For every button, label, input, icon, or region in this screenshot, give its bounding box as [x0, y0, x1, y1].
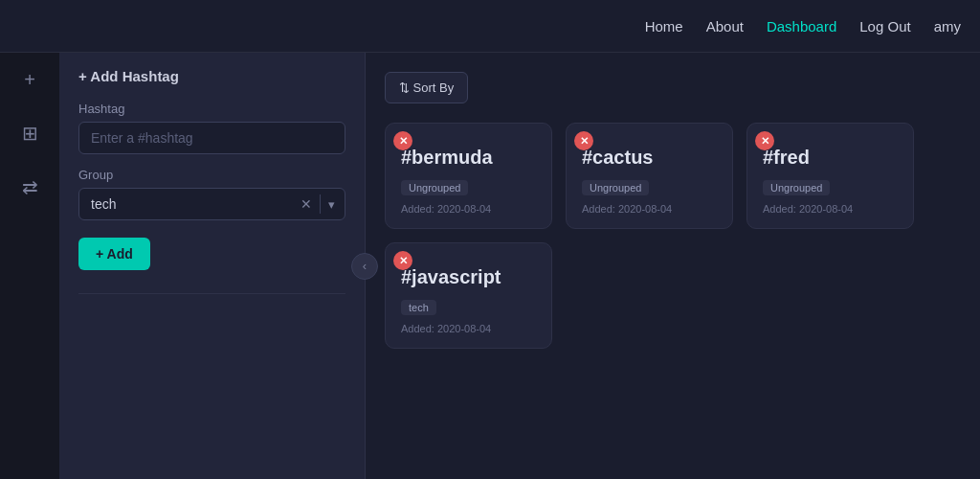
- icon-sidebar: + ⊞ ⇄: [0, 53, 59, 479]
- group-input-divider: [320, 194, 321, 214]
- grid-icon[interactable]: ⊞: [12, 116, 47, 150]
- card-close-1[interactable]: ✕: [574, 131, 593, 150]
- card-badge-0: Ungrouped: [401, 180, 468, 195]
- nav-about[interactable]: About: [706, 18, 744, 34]
- shuffle-icon[interactable]: ⇄: [12, 170, 47, 204]
- card-date-2: Added: 2020-08-04: [763, 203, 898, 215]
- top-navigation: Home About Dashboard Log Out amy: [0, 0, 980, 53]
- username-display: amy: [934, 18, 961, 34]
- group-chevron-icon[interactable]: ▾: [326, 195, 337, 214]
- main-layout: + ⊞ ⇄ ‹ + Add Hashtag Hashtag Group ✕ ▾ …: [0, 53, 980, 479]
- left-panel: ‹ + Add Hashtag Hashtag Group ✕ ▾ + Add: [59, 53, 366, 479]
- hashtag-card-3: ✕ #javascript tech Added: 2020-08-04: [385, 242, 552, 349]
- card-close-0[interactable]: ✕: [393, 131, 412, 150]
- group-label: Group: [78, 168, 345, 182]
- sort-button[interactable]: ⇅ Sort By: [385, 72, 468, 103]
- hashtag-card-1: ✕ #cactus Ungrouped Added: 2020-08-04: [566, 123, 733, 229]
- card-title-1: #cactus: [582, 147, 717, 169]
- card-badge-3: tech: [401, 300, 436, 315]
- card-badge-2: Ungrouped: [763, 180, 830, 195]
- card-close-3[interactable]: ✕: [393, 251, 412, 270]
- nav-dashboard[interactable]: Dashboard: [767, 18, 836, 34]
- card-date-0: Added: 2020-08-04: [401, 203, 536, 215]
- group-input[interactable]: [87, 189, 299, 219]
- add-button[interactable]: + Add: [78, 238, 150, 270]
- hashtag-card-0: ✕ #bermuda Ungrouped Added: 2020-08-04: [385, 123, 552, 229]
- hashtag-card-2: ✕ #fred Ungrouped Added: 2020-08-04: [746, 123, 914, 229]
- hashtag-label: Hashtag: [78, 102, 345, 116]
- plus-icon[interactable]: +: [12, 62, 47, 97]
- group-clear-icon[interactable]: ✕: [299, 194, 314, 214]
- card-close-2[interactable]: ✕: [755, 131, 774, 150]
- card-date-1: Added: 2020-08-04: [582, 203, 717, 215]
- card-title-0: #bermuda: [401, 147, 536, 169]
- group-input-wrapper: ✕ ▾: [78, 188, 345, 220]
- hashtag-cards-grid: ✕ #bermuda Ungrouped Added: 2020-08-04 ✕…: [385, 123, 961, 349]
- card-date-3: Added: 2020-08-04: [401, 323, 536, 334]
- card-badge-1: Ungrouped: [582, 180, 649, 195]
- content-area: ⇅ Sort By ✕ #bermuda Ungrouped Added: 20…: [366, 53, 980, 479]
- panel-divider: [78, 293, 345, 294]
- card-title-2: #fred: [763, 147, 898, 169]
- hashtag-input[interactable]: [78, 122, 345, 154]
- nav-logout[interactable]: Log Out: [859, 18, 910, 34]
- nav-home[interactable]: Home: [645, 18, 683, 34]
- card-title-3: #javascript: [401, 266, 536, 288]
- collapse-button[interactable]: ‹: [351, 253, 378, 280]
- panel-title: + Add Hashtag: [78, 68, 345, 84]
